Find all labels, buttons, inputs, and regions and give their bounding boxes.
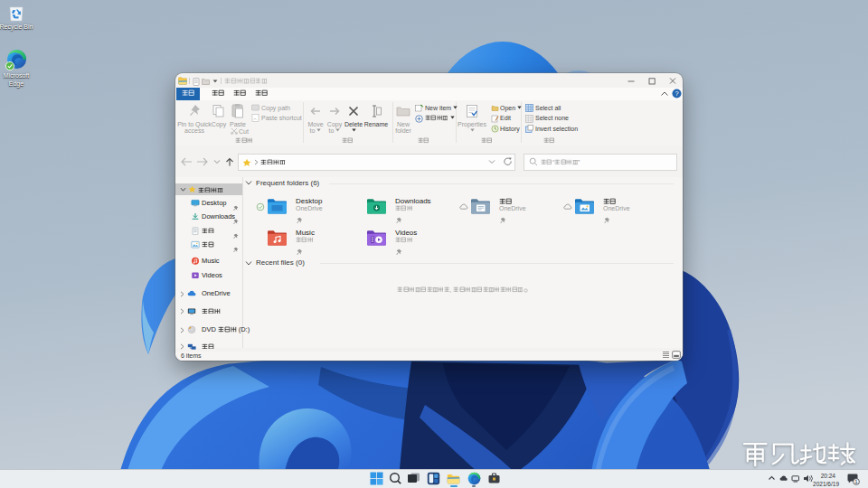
svg-text:?: ?	[675, 89, 678, 98]
